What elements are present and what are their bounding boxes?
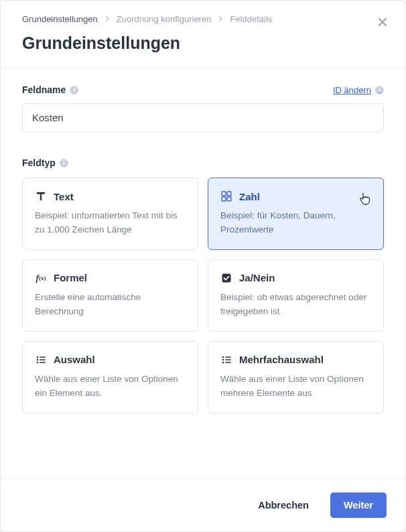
svg-rect-2 bbox=[222, 197, 226, 201]
close-button[interactable] bbox=[377, 15, 388, 30]
list-icon bbox=[220, 354, 232, 366]
option-title: Formel bbox=[54, 272, 87, 283]
info-icon[interactable]: i bbox=[375, 86, 384, 94]
next-button[interactable]: Weiter bbox=[330, 492, 387, 518]
svg-rect-14 bbox=[225, 359, 231, 360]
fieldtype-option-boolean[interactable]: Ja/Nein Beispiel: ob etwas abgerechnet o… bbox=[208, 259, 384, 332]
info-icon[interactable]: i bbox=[60, 159, 68, 168]
svg-rect-12 bbox=[225, 356, 231, 358]
option-desc: Beispiel: für Kosten, Dauern, Prozentwer… bbox=[220, 209, 371, 237]
fieldname-input[interactable] bbox=[22, 103, 384, 132]
option-title: Mehrfachauswahl bbox=[239, 354, 324, 365]
formula-icon: f(x) bbox=[35, 272, 47, 284]
breadcrumb: Grundeinstellungen Zuordnung konfigurier… bbox=[1, 1, 405, 24]
modal-footer: Abbrechen Weiter bbox=[1, 478, 405, 531]
option-title: Zahl bbox=[239, 191, 260, 202]
fieldtype-label: Feldtyp i bbox=[22, 157, 384, 168]
svg-rect-0 bbox=[222, 192, 226, 196]
change-id-link[interactable]: ID ändern i bbox=[333, 85, 384, 95]
fieldname-label: Feldname i bbox=[22, 84, 78, 95]
chevron-right-icon bbox=[218, 14, 223, 24]
info-icon[interactable]: i bbox=[70, 86, 78, 94]
svg-rect-8 bbox=[40, 359, 46, 360]
svg-rect-1 bbox=[227, 192, 231, 196]
svg-rect-16 bbox=[225, 362, 231, 363]
svg-rect-10 bbox=[40, 362, 46, 363]
option-desc: Wähle aus einer Liste von Optionen mehre… bbox=[220, 373, 371, 401]
fieldtype-grid: Text Beispiel: unformatierten Text mit b… bbox=[22, 178, 384, 413]
option-title: Ja/Nein bbox=[239, 272, 275, 283]
svg-point-5 bbox=[37, 356, 39, 358]
fieldtype-option-text[interactable]: Text Beispiel: unformatierten Text mit b… bbox=[22, 178, 198, 250]
close-icon bbox=[377, 14, 388, 31]
svg-point-7 bbox=[37, 358, 39, 360]
svg-rect-6 bbox=[40, 356, 46, 358]
svg-rect-3 bbox=[227, 197, 231, 201]
option-title: Text bbox=[54, 191, 74, 202]
svg-rect-4 bbox=[222, 273, 231, 282]
breadcrumb-step-3[interactable]: Felddetails bbox=[230, 14, 272, 24]
fieldtype-option-select[interactable]: Auswahl Wähle aus einer Liste von Option… bbox=[22, 341, 198, 413]
modal: Grundeinstellungen Zuordnung konfigurier… bbox=[0, 0, 406, 532]
svg-point-13 bbox=[222, 358, 224, 360]
option-title: Auswahl bbox=[54, 354, 95, 365]
list-icon bbox=[35, 354, 47, 366]
text-icon bbox=[35, 190, 47, 202]
option-desc: Beispiel: unformatierten Text mit bis zu… bbox=[35, 209, 186, 237]
option-desc: Wähle aus einer Liste von Optionen ein E… bbox=[35, 373, 186, 401]
cursor-pointer-icon bbox=[359, 192, 371, 205]
cancel-button[interactable]: Abbrechen bbox=[245, 492, 322, 518]
number-icon bbox=[220, 190, 232, 202]
option-desc: Erstelle eine automatische Berechnung bbox=[35, 291, 186, 319]
fieldtype-option-multiselect[interactable]: Mehrfachauswahl Wähle aus einer Liste vo… bbox=[208, 341, 384, 413]
svg-point-9 bbox=[37, 361, 39, 363]
option-desc: Beispiel: ob etwas abgerechnet oder frei… bbox=[220, 291, 371, 319]
page-title: Grundeinstellungen bbox=[1, 24, 405, 68]
breadcrumb-step-2[interactable]: Zuordnung konfigurieren bbox=[117, 14, 212, 24]
breadcrumb-step-1[interactable]: Grundeinstellungen bbox=[22, 14, 98, 24]
svg-point-11 bbox=[222, 356, 224, 358]
fieldtype-option-formula[interactable]: f(x) Formel Erstelle eine automatische B… bbox=[22, 259, 198, 332]
svg-point-15 bbox=[222, 361, 224, 363]
chevron-right-icon bbox=[105, 14, 110, 24]
checkbox-icon bbox=[220, 272, 232, 284]
fieldtype-option-number[interactable]: Zahl Beispiel: für Kosten, Dauern, Proze… bbox=[208, 178, 384, 250]
modal-body: Feldname i ID ändern i Feldtyp i Text bbox=[1, 68, 405, 478]
